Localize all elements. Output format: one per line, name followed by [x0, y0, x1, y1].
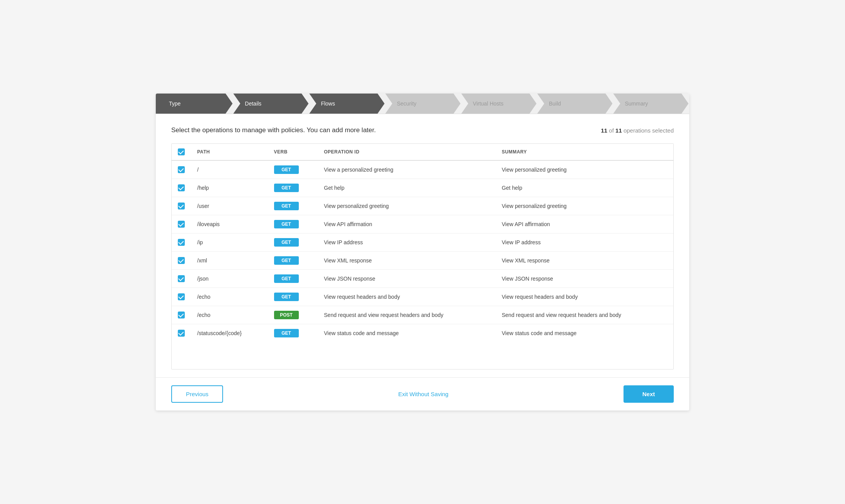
header-summary: SUMMARY — [496, 144, 673, 160]
table-row: /xmlGETView XML responseView XML respons… — [172, 252, 673, 270]
step-type[interactable]: Type — [156, 94, 233, 114]
row-9-operation-id: View status code and message — [318, 324, 496, 342]
row-1-summary: Get help — [496, 179, 673, 197]
table-row: /echoGETView request headers and bodyVie… — [172, 288, 673, 306]
row-9-checkbox[interactable] — [178, 330, 185, 337]
step-security[interactable]: Security — [385, 94, 461, 114]
row-3-verb-badge: GET — [274, 220, 299, 228]
exit-without-saving-button[interactable]: Exit Without Saving — [398, 391, 448, 397]
next-button[interactable]: Next — [624, 385, 674, 403]
step-flows[interactable]: Flows — [309, 94, 385, 114]
operations-table-wrapper: PATH VERB OPERATION ID SUMMARY /GETView … — [171, 143, 674, 369]
row-5-operation-id: View XML response — [318, 252, 496, 270]
row-8-checkbox-cell[interactable] — [172, 306, 191, 324]
row-6-checkbox-cell[interactable] — [172, 270, 191, 288]
row-4-path: /ip — [191, 233, 268, 252]
step-build[interactable]: Build — [537, 94, 613, 114]
table-row: /jsonGETView JSON responseView JSON resp… — [172, 270, 673, 288]
row-0-verb-badge: GET — [274, 165, 299, 174]
row-0-checkbox-cell[interactable] — [172, 160, 191, 179]
row-3-checkbox[interactable] — [178, 221, 185, 228]
row-9-verb-badge: GET — [274, 329, 299, 337]
table-row: /statuscode/{code}GETView status code an… — [172, 324, 673, 342]
header-operation-id: OPERATION ID — [318, 144, 496, 160]
select-all-checkbox[interactable] — [178, 148, 185, 155]
row-6-checkbox[interactable] — [178, 275, 185, 282]
row-2-summary: View personalized greeting — [496, 197, 673, 215]
row-4-verb: GET — [268, 233, 318, 252]
previous-button[interactable]: Previous — [171, 385, 223, 403]
operations-table: PATH VERB OPERATION ID SUMMARY /GETView … — [172, 144, 673, 342]
row-2-verb-badge: GET — [274, 202, 299, 210]
row-0-checkbox[interactable] — [178, 166, 185, 173]
row-0-summary: View personalized greeting — [496, 160, 673, 179]
row-8-summary: Send request and view request headers an… — [496, 306, 673, 324]
row-4-checkbox-cell[interactable] — [172, 233, 191, 252]
selection-count: 11 of 11 operations selected — [601, 127, 674, 134]
row-8-checkbox[interactable] — [178, 312, 185, 318]
row-3-path: /iloveapis — [191, 215, 268, 233]
row-6-operation-id: View JSON response — [318, 270, 496, 288]
row-6-summary: View JSON response — [496, 270, 673, 288]
step-nav: Type Details Flows Security Virtual Host… — [156, 94, 689, 114]
row-2-operation-id: View personalized greeting — [318, 197, 496, 215]
row-2-checkbox-cell[interactable] — [172, 197, 191, 215]
table-row: /userGETView personalized greetingView p… — [172, 197, 673, 215]
row-6-path: /json — [191, 270, 268, 288]
row-0-path: / — [191, 160, 268, 179]
header-path: PATH — [191, 144, 268, 160]
row-9-verb: GET — [268, 324, 318, 342]
table-row: /GETView a personalized greetingView per… — [172, 160, 673, 179]
table-row: /iloveapisGETView API affirmationView AP… — [172, 215, 673, 233]
row-8-path: /echo — [191, 306, 268, 324]
row-5-checkbox[interactable] — [178, 257, 185, 264]
header-checkbox-col[interactable] — [172, 144, 191, 160]
row-3-checkbox-cell[interactable] — [172, 215, 191, 233]
step-summary[interactable]: Summary — [613, 94, 688, 114]
row-7-operation-id: View request headers and body — [318, 288, 496, 306]
row-1-path: /help — [191, 179, 268, 197]
row-7-checkbox[interactable] — [178, 293, 185, 300]
step-virtual-hosts[interactable]: Virtual Hosts — [461, 94, 537, 114]
content-area: Select the operations to manage with pol… — [156, 114, 689, 377]
row-4-checkbox[interactable] — [178, 239, 185, 246]
row-7-checkbox-cell[interactable] — [172, 288, 191, 306]
row-9-path: /statuscode/{code} — [191, 324, 268, 342]
row-3-operation-id: View API affirmation — [318, 215, 496, 233]
step-details[interactable]: Details — [233, 94, 309, 114]
row-5-path: /xml — [191, 252, 268, 270]
row-5-checkbox-cell[interactable] — [172, 252, 191, 270]
wizard-footer: Previous Exit Without Saving Next — [156, 377, 689, 410]
row-6-verb-badge: GET — [274, 274, 299, 283]
row-7-path: /echo — [191, 288, 268, 306]
of-label: of — [609, 127, 615, 134]
table-header-row: PATH VERB OPERATION ID SUMMARY — [172, 144, 673, 160]
row-5-verb: GET — [268, 252, 318, 270]
wizard-container: Type Details Flows Security Virtual Host… — [156, 94, 689, 410]
row-1-verb: GET — [268, 179, 318, 197]
row-9-checkbox-cell[interactable] — [172, 324, 191, 342]
table-row: /echoPOSTSend request and view request h… — [172, 306, 673, 324]
row-1-checkbox-cell[interactable] — [172, 179, 191, 197]
step-flows-label: Flows — [317, 100, 335, 107]
content-header: Select the operations to manage with pol… — [171, 126, 674, 134]
table-row: /helpGETGet helpGet help — [172, 179, 673, 197]
row-7-verb: GET — [268, 288, 318, 306]
selected-num: 11 — [601, 127, 608, 134]
step-type-label: Type — [165, 100, 181, 107]
row-1-verb-badge: GET — [274, 184, 299, 192]
row-8-verb: POST — [268, 306, 318, 324]
step-virtual-hosts-label: Virtual Hosts — [469, 100, 503, 107]
row-5-summary: View XML response — [496, 252, 673, 270]
row-0-verb: GET — [268, 160, 318, 179]
row-8-operation-id: Send request and view request headers an… — [318, 306, 496, 324]
row-1-checkbox[interactable] — [178, 184, 185, 191]
header-verb: VERB — [268, 144, 318, 160]
row-7-verb-badge: GET — [274, 293, 299, 301]
step-details-label: Details — [241, 100, 262, 107]
row-3-verb: GET — [268, 215, 318, 233]
table-row: /ipGETView IP addressView IP address — [172, 233, 673, 252]
row-2-checkbox[interactable] — [178, 203, 185, 209]
step-security-label: Security — [393, 100, 417, 107]
ops-selected-label: operations selected — [624, 127, 674, 134]
